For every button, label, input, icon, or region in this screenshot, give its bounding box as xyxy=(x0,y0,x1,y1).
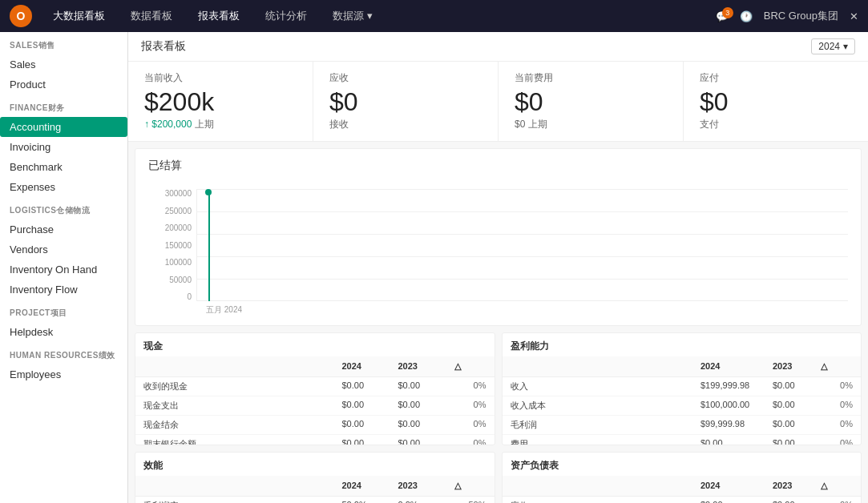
page-title: 报表看板 xyxy=(141,39,186,54)
sidebar-item-accounting[interactable]: Accounting xyxy=(0,117,127,137)
kpi-expense-sub: $0 上期 xyxy=(515,118,667,131)
kpi-receivable-label: 应收 xyxy=(329,71,482,85)
sidebar-section-project: PROJECT项目 xyxy=(0,300,127,322)
prof-row-0-name: 收入 xyxy=(511,380,701,392)
prof-row-3: 费用 $0.00 $0.00 0% xyxy=(503,435,862,445)
cash-col-2024: 2024 xyxy=(342,361,398,372)
sidebar-section-logistics: LOGISTICS仓储物流 xyxy=(0,197,127,219)
bal-col-2024: 2024 xyxy=(700,481,773,491)
sidebar-section-hr: HUMAN RESOURCES绩效 xyxy=(0,342,127,364)
profitability-table: 盈利能力 2024 2023 △ 收入 $199,999.98 $0.00 0% xyxy=(502,332,862,445)
sidebar-item-product[interactable]: Product xyxy=(0,74,127,95)
sidebar-item-helpdesk[interactable]: Helpdesk xyxy=(0,322,127,342)
cash-col-2023: 2023 xyxy=(398,361,454,372)
prof-row-3-name: 费用 xyxy=(511,438,701,445)
sidebar-item-sales[interactable]: Sales xyxy=(0,54,127,74)
chart-plot xyxy=(196,189,848,301)
cash-row-0-name: 收到的现金 xyxy=(143,380,342,392)
prof-row-2-2024: $99,999.98 xyxy=(700,419,773,431)
eff-col-delta: △ xyxy=(454,481,486,491)
cash-row-3-2024: $0.00 xyxy=(342,438,398,445)
prof-col-delta: △ xyxy=(821,361,853,372)
cash-row-1: 现金支出 $0.00 $0.00 0% xyxy=(135,396,495,416)
kpi-receivable-sub: 接收 xyxy=(329,118,482,131)
cash-row-0-delta: 0% xyxy=(454,380,486,392)
sidebar-item-employees[interactable]: Employees xyxy=(0,364,127,384)
sidebar-item-vendors[interactable]: Vendors xyxy=(0,239,127,260)
sidebar-item-purchase[interactable]: Purchase xyxy=(0,219,127,239)
prof-row-1-name: 收入成本 xyxy=(511,400,701,412)
tables-right: 盈利能力 2024 2023 △ 收入 $199,999.98 $0.00 0% xyxy=(502,332,862,503)
nav-report-board[interactable]: 报表看板 xyxy=(193,6,244,26)
sidebar-item-benchmark[interactable]: Benchmark xyxy=(0,157,127,177)
chart-drop-line xyxy=(208,192,210,301)
prof-col-name xyxy=(511,361,701,372)
kpi-row: 当前收入 $200k ↑ $200,000 上期 应收 $0 接收 当前费用 $… xyxy=(128,62,868,142)
balance-table-header: 2024 2023 △ xyxy=(503,476,862,497)
eff-row-0: 毛利润率 50.0% 0.0% 50% xyxy=(135,497,495,503)
sidebar-item-inventory-on-hand[interactable]: Inventory On Hand xyxy=(0,260,127,280)
kpi-payable-label: 应付 xyxy=(700,71,852,85)
profitability-table-header: 2024 2023 △ xyxy=(503,356,862,377)
bal-row-0-name: 应收 xyxy=(511,500,701,503)
company-name: BRC Group集团 xyxy=(764,9,838,23)
y-label-100k: 100000 xyxy=(148,258,192,267)
cash-row-2-name: 现金结余 xyxy=(143,419,342,431)
kpi-revenue: 当前收入 $200k ↑ $200,000 上期 xyxy=(128,62,313,141)
balance-table: 资产负债表 2024 2023 △ 应收 $0.00 $0.00 0% xyxy=(502,452,862,503)
kpi-revenue-period: 上期 xyxy=(195,119,214,130)
prof-row-1-2024: $100,000.00 xyxy=(700,400,773,412)
y-label-300k: 300000 xyxy=(148,189,192,198)
prof-row-3-delta: 0% xyxy=(821,438,853,445)
nav-dashboard[interactable]: 大数据看板 xyxy=(48,6,110,26)
y-label-250k: 250000 xyxy=(148,207,192,215)
bal-row-0-2024: $0.00 xyxy=(700,500,773,503)
eff-row-0-delta: 50% xyxy=(454,500,486,503)
cash-row-2-2023: $0.00 xyxy=(398,419,454,431)
eff-col-2023: 2023 xyxy=(398,481,454,491)
sub-header: 报表看板 2024 ▾ xyxy=(128,32,868,62)
close-icon[interactable]: ✕ xyxy=(850,10,858,22)
sidebar-section-finance: FINANCE财务 xyxy=(0,95,127,117)
top-navigation: O 大数据看板 数据看板 报表看板 统计分析 数据源 💬 3 🕐 BRC Gro… xyxy=(0,0,868,32)
tables-row: 现金 2024 2023 △ 收到的现金 $0.00 $0.00 0% xyxy=(128,326,868,503)
nav-datasource[interactable]: 数据源 xyxy=(328,6,377,26)
app-logo: O xyxy=(10,5,32,27)
sidebar-item-expenses[interactable]: Expenses xyxy=(0,177,127,197)
chart-x-label: 五月 2024 xyxy=(201,304,848,316)
cash-row-3-2023: $0.00 xyxy=(398,438,454,445)
prof-row-1: 收入成本 $100,000.00 $0.00 0% xyxy=(503,396,862,416)
kpi-revenue-value: $200k xyxy=(144,88,297,116)
cash-row-0-2024: $0.00 xyxy=(342,380,398,392)
sidebar-item-invoicing[interactable]: Invoicing xyxy=(0,137,127,157)
year-selector[interactable]: 2024 ▾ xyxy=(811,38,855,54)
prof-row-2-2023: $0.00 xyxy=(773,419,821,431)
kpi-receivable-value: $0 xyxy=(329,88,482,116)
prof-row-3-2023: $0.00 xyxy=(773,438,821,445)
chat-icon[interactable]: 💬 3 xyxy=(716,10,729,22)
prof-row-1-2023: $0.00 xyxy=(773,400,821,412)
chart-area: 300000 250000 200000 150000 100000 50000… xyxy=(148,181,848,301)
sidebar-section-sales: SALES销售 xyxy=(0,32,127,54)
clock-icon[interactable]: 🕐 xyxy=(740,10,753,22)
cash-row-0: 收到的现金 $0.00 $0.00 0% xyxy=(135,377,495,396)
cash-row-1-name: 现金支出 xyxy=(143,400,342,412)
prof-col-2024: 2024 xyxy=(700,361,773,372)
tables-left: 现金 2024 2023 △ 收到的现金 $0.00 $0.00 0% xyxy=(135,332,495,503)
eff-col-name xyxy=(143,481,342,491)
cash-row-3-delta: 0% xyxy=(454,438,486,445)
chat-badge: 3 xyxy=(722,7,733,18)
nav-statistics[interactable]: 统计分析 xyxy=(260,6,312,26)
y-label-50k: 50000 xyxy=(148,276,192,284)
cash-table-header: 2024 2023 △ xyxy=(135,356,495,377)
kpi-receivable: 应收 $0 接收 xyxy=(313,62,499,141)
sidebar-item-inventory-flow[interactable]: Inventory Flow xyxy=(0,280,127,300)
nav-data-board[interactable]: 数据看板 xyxy=(126,6,177,26)
chart-y-axis: 300000 250000 200000 150000 100000 50000… xyxy=(148,189,196,301)
year-value: 2024 xyxy=(818,41,840,52)
kpi-revenue-label: 当前收入 xyxy=(144,71,297,85)
cash-table: 现金 2024 2023 △ 收到的现金 $0.00 $0.00 0% xyxy=(135,332,495,445)
cash-row-2-delta: 0% xyxy=(454,419,486,431)
cash-table-title: 现金 xyxy=(135,333,495,356)
sidebar: SALES销售 Sales Product FINANCE财务 Accounti… xyxy=(0,32,128,503)
